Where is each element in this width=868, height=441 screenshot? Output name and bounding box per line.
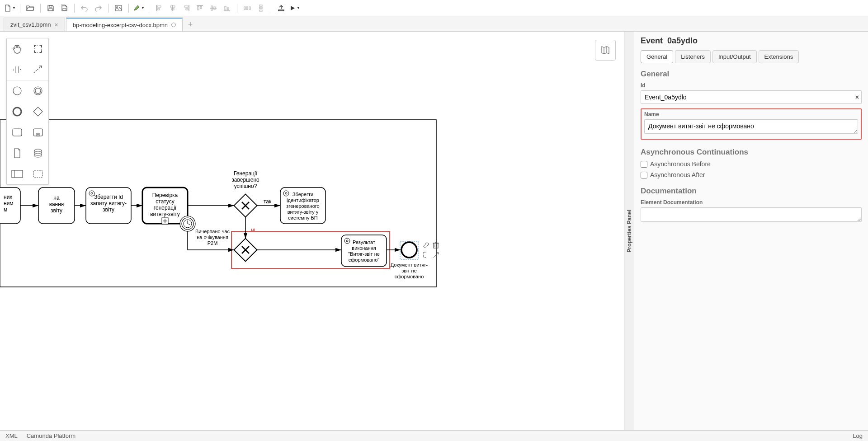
create-end-event[interactable] xyxy=(7,101,28,122)
task-request[interactable]: наваннязвіту xyxy=(38,188,75,224)
create-intermediate-event[interactable] xyxy=(28,80,48,101)
undo-button[interactable] xyxy=(78,2,91,14)
save-button[interactable] xyxy=(44,2,57,14)
bpmn-diagram[interactable]: нихнимм наваннязвіту Зберегти Idзапиту в… xyxy=(0,68,452,303)
timer-boundary-event[interactable] xyxy=(180,216,195,231)
align-left-button[interactable] xyxy=(153,2,165,14)
create-data-object[interactable] xyxy=(7,143,28,164)
svg-rect-24 xyxy=(246,7,248,9)
name-label: Name xyxy=(644,111,858,117)
align-right-button[interactable] xyxy=(180,2,193,14)
svg-point-4 xyxy=(117,6,118,8)
svg-rect-27 xyxy=(259,7,262,9)
annotation-icon[interactable] xyxy=(424,252,426,258)
distribute-h-button[interactable] xyxy=(241,2,254,14)
lasso-tool[interactable] xyxy=(28,38,48,59)
gateway-success[interactable] xyxy=(234,194,257,217)
svg-rect-0 xyxy=(49,5,52,7)
status-platform[interactable]: Camunda Platform xyxy=(27,432,75,439)
task-save-id[interactable]: Зберегти Idзапиту витягу-звіту xyxy=(86,188,131,224)
hand-tool[interactable] xyxy=(7,38,28,59)
create-group[interactable] xyxy=(28,164,48,184)
svg-rect-1 xyxy=(49,9,52,11)
name-input[interactable] xyxy=(644,119,858,134)
svg-rect-7 xyxy=(157,9,160,10)
clear-id-icon[interactable]: × xyxy=(855,94,859,101)
task-edge-left[interactable]: нихнимм xyxy=(0,188,20,224)
svg-rect-6 xyxy=(157,6,161,7)
align-center-h-button[interactable] xyxy=(166,2,179,14)
svg-point-34 xyxy=(35,88,41,94)
distribute-v-button[interactable] xyxy=(255,2,267,14)
properties-tabs: General Listeners Input/Output Extension… xyxy=(641,50,862,63)
svg-point-35 xyxy=(13,108,21,116)
tab-input-output[interactable]: Input/Output xyxy=(712,50,757,63)
context-pad xyxy=(424,242,439,258)
bpmn-palette xyxy=(6,38,49,185)
create-gateway[interactable] xyxy=(28,101,48,122)
tab-extensions[interactable]: Extensions xyxy=(759,50,799,63)
task-check-status[interactable]: Перевіркастатусугенераціївитягу-звіту xyxy=(142,188,188,224)
task-result[interactable]: Результатвиконання"Витяг-звіт несформова… xyxy=(341,235,387,267)
gateway-label: Генераціїзавершеноуспішно? xyxy=(231,170,259,189)
tab-bp-modeling[interactable]: bp-modeling-excerpt-csv-docx.bpmn xyxy=(66,18,183,31)
new-file-button[interactable]: ▼ xyxy=(4,2,16,14)
svg-rect-43 xyxy=(12,170,23,178)
create-participant[interactable] xyxy=(7,164,28,184)
task-save-identifier[interactable]: Зберегтиідентифікаторзгенерованоговитягу… xyxy=(280,188,326,224)
tabs-bar: zvit_csv1.bpmn × bp-modeling-excerpt-csv… xyxy=(0,16,868,32)
add-tab-button[interactable]: + xyxy=(184,18,197,31)
create-task[interactable] xyxy=(7,122,28,143)
async-before-row[interactable]: Asynchronous Before xyxy=(641,160,862,168)
run-button[interactable]: ▼ xyxy=(288,2,301,14)
svg-text:Результатвиконання"Витяг-звіт : Результатвиконання"Витяг-звіт несформова… xyxy=(348,239,380,263)
svg-rect-25 xyxy=(249,7,250,9)
redo-button[interactable] xyxy=(92,2,104,14)
end-event-label: Документ витяг-звіт несформовано xyxy=(391,262,428,279)
open-button[interactable] xyxy=(24,2,37,14)
async-after-checkbox[interactable] xyxy=(641,172,647,178)
align-bottom-button[interactable] xyxy=(221,2,233,14)
async-before-checkbox[interactable] xyxy=(641,161,647,168)
svg-rect-36 xyxy=(33,107,42,116)
create-start-event[interactable] xyxy=(7,80,28,101)
global-connect-tool[interactable] xyxy=(28,59,48,80)
highlight-button[interactable]: ▼ xyxy=(132,2,145,14)
svg-rect-22 xyxy=(227,8,229,10)
properties-panel: Properties Panel Event_0a5ydlo General L… xyxy=(624,32,868,430)
timer-label: Вичерпано часна очікуванняP2M xyxy=(195,229,230,246)
trash-icon[interactable] xyxy=(433,242,439,248)
section-async-title: Asynchronous Continuations xyxy=(641,148,862,157)
tab-listeners[interactable]: Listeners xyxy=(675,50,711,63)
svg-rect-2 xyxy=(63,9,66,10)
create-data-store[interactable] xyxy=(28,143,48,164)
align-center-v-button[interactable] xyxy=(207,2,220,14)
close-icon[interactable]: × xyxy=(55,21,58,28)
image-button[interactable] xyxy=(112,2,125,14)
doc-input[interactable] xyxy=(641,207,862,222)
status-log[interactable]: Log xyxy=(853,432,863,439)
gateway-merge[interactable] xyxy=(234,239,257,262)
status-xml[interactable]: XML xyxy=(5,432,18,439)
name-field-highlight: Name xyxy=(641,108,862,140)
no-label: ні xyxy=(251,227,255,233)
svg-rect-21 xyxy=(225,6,226,10)
create-subprocess[interactable] xyxy=(28,122,48,143)
bpmn-canvas[interactable]: нихнимм наваннязвіту Зберегти Idзапиту в… xyxy=(0,32,624,430)
svg-rect-37 xyxy=(13,129,22,136)
tab-zvit-csv1[interactable]: zvit_csv1.bpmn × xyxy=(4,18,65,31)
async-after-row[interactable]: Asynchronous After xyxy=(641,171,862,178)
tab-general[interactable]: General xyxy=(641,50,673,63)
properties-panel-toggle[interactable]: Properties Panel xyxy=(624,32,634,430)
space-tool[interactable] xyxy=(7,59,28,80)
id-input[interactable] xyxy=(641,90,862,104)
top-toolbar: ▼ ▼ ▼ xyxy=(0,0,868,16)
end-event-selected[interactable] xyxy=(400,241,418,259)
yes-label: так xyxy=(264,198,272,205)
wrench-icon[interactable] xyxy=(424,243,429,248)
save-all-button[interactable] xyxy=(58,2,71,14)
minimap-toggle[interactable] xyxy=(595,40,616,61)
deploy-button[interactable] xyxy=(275,2,288,14)
status-bar: XML Camunda Platform Log xyxy=(0,430,868,441)
align-top-button[interactable] xyxy=(193,2,206,14)
